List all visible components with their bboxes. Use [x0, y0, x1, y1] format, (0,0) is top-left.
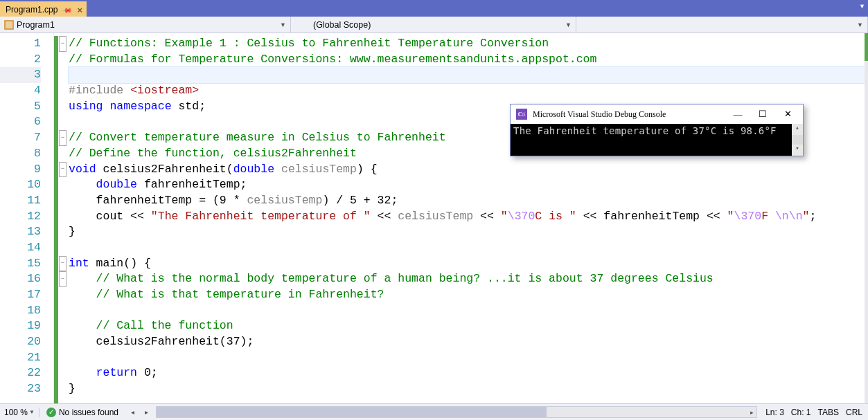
- nav-scope-label: (Global Scope): [295, 20, 565, 30]
- pin-icon[interactable]: 📌: [62, 4, 73, 15]
- line-number: 21: [0, 350, 41, 366]
- line-number: 11: [0, 193, 41, 209]
- fold-slot: −: [58, 162, 67, 178]
- scroll-right-icon[interactable]: ▸: [746, 407, 757, 417]
- console-titlebar[interactable]: C:\ Microsoft Visual Studio Debug Consol…: [511, 104, 803, 124]
- code-line[interactable]: [69, 67, 868, 83]
- code-line[interactable]: [69, 303, 868, 319]
- code-line[interactable]: void celsius2Fahrenheit(double celsiusTe…: [69, 162, 868, 178]
- code-line[interactable]: int main() {: [69, 256, 868, 272]
- check-icon: ✓: [46, 408, 56, 417]
- line-number: 8: [0, 146, 41, 162]
- issues-label: No issues found: [59, 408, 118, 417]
- line-number: 7: [0, 130, 41, 146]
- code-line[interactable]: [69, 240, 868, 256]
- document-tab[interactable]: Program1.cpp 📌 ×: [0, 1, 87, 17]
- code-line[interactable]: // Formulas for Temperature Conversions:…: [69, 52, 868, 68]
- line-number: 12: [0, 209, 41, 225]
- nav-next-icon[interactable]: ▸: [139, 408, 153, 416]
- fold-slot: [58, 287, 67, 303]
- line-endings[interactable]: CRL: [846, 408, 862, 417]
- status-bar: 100 % ▼ ✓ No issues found ◂ ▸ ◂ ▸ Ln: 3 …: [0, 403, 868, 420]
- code-line[interactable]: return 0;: [69, 365, 868, 381]
- line-number: 18: [0, 303, 41, 319]
- nav-project-dropdown[interactable]: Program1 ▼: [0, 17, 291, 33]
- line-number: 22: [0, 365, 41, 381]
- line-number: 9: [0, 162, 41, 178]
- fold-slot: [58, 52, 67, 68]
- fold-slot: [58, 146, 67, 162]
- nav-prev-icon[interactable]: ◂: [125, 408, 139, 416]
- fold-toggle[interactable]: −: [59, 36, 67, 52]
- code-line[interactable]: [69, 350, 868, 366]
- code-line[interactable]: }: [69, 381, 868, 397]
- close-icon[interactable]: ×: [77, 5, 82, 15]
- chevron-down-icon: ▼: [29, 409, 35, 415]
- scroll-down-icon[interactable]: ▾: [792, 145, 803, 156]
- line-number: 10: [0, 177, 41, 193]
- tab-title: Program1.cpp: [6, 5, 57, 15]
- cursor-col: Ch: 1: [791, 408, 811, 417]
- line-number: 13: [0, 224, 41, 240]
- line-number-gutter: 1234567891011121314151617181920212223: [0, 33, 54, 403]
- fold-slot: [58, 240, 67, 256]
- zoom-control[interactable]: 100 % ▼: [0, 408, 39, 417]
- issues-indicator[interactable]: ✓ No issues found: [39, 408, 125, 417]
- fold-slot: [58, 381, 67, 397]
- fold-slot: −: [58, 271, 67, 287]
- overview-ruler[interactable]: [865, 33, 868, 403]
- minimize-button[interactable]: —: [728, 109, 747, 120]
- cpp-project-icon: [4, 20, 14, 30]
- code-line[interactable]: // What is the normal body temperature o…: [69, 271, 868, 287]
- scroll-up-icon[interactable]: ▴: [792, 124, 803, 135]
- line-number: 5: [0, 99, 41, 115]
- cursor-line: Ln: 3: [765, 408, 784, 417]
- line-number: 1: [0, 36, 41, 52]
- code-line[interactable]: // Call the function: [69, 318, 868, 334]
- line-number: 16: [0, 271, 41, 287]
- line-number: 20: [0, 334, 41, 350]
- code-line[interactable]: celsius2Fahrenheit(37);: [69, 334, 868, 350]
- fold-slot: −: [58, 256, 67, 272]
- debug-console-window[interactable]: C:\ Microsoft Visual Studio Debug Consol…: [510, 104, 804, 156]
- scrollbar-thumb[interactable]: [157, 407, 547, 417]
- indent-mode[interactable]: TABS: [818, 408, 839, 417]
- fold-toggle[interactable]: −: [59, 162, 67, 178]
- chevron-down-icon: ▼: [857, 21, 863, 28]
- fold-toggle[interactable]: −: [59, 130, 67, 146]
- code-line[interactable]: fahrenheitTemp = (9 * celsiusTemp) / 5 +…: [69, 193, 868, 209]
- close-button[interactable]: ✕: [778, 109, 797, 120]
- nav-member-dropdown[interactable]: ▼: [576, 17, 868, 33]
- maximize-button[interactable]: ☐: [753, 109, 772, 120]
- fold-slot: [58, 365, 67, 381]
- document-tab-bar: Program1.cpp 📌 × ▼: [0, 0, 868, 17]
- chevron-down-icon[interactable]: ▼: [859, 3, 865, 10]
- code-line[interactable]: }: [69, 224, 868, 240]
- code-line[interactable]: cout << "The Fahrenheit temperature of "…: [69, 209, 868, 225]
- chevron-down-icon: ▼: [565, 21, 572, 28]
- code-fold-column: −−−−−: [58, 33, 67, 403]
- horizontal-scrollbar[interactable]: ◂ ▸: [156, 406, 757, 418]
- fold-slot: [58, 193, 67, 209]
- fold-slot: [58, 114, 67, 130]
- console-scrollbar[interactable]: ▴ ▾: [792, 124, 803, 156]
- console-title-text: Microsoft Visual Studio Debug Console: [533, 109, 666, 120]
- line-number: 23: [0, 381, 41, 397]
- fold-toggle[interactable]: −: [59, 271, 67, 287]
- code-line[interactable]: // Functions: Example 1 : Celsius to Fah…: [69, 36, 868, 52]
- code-editor[interactable]: 1234567891011121314151617181920212223 −−…: [0, 33, 868, 403]
- code-line[interactable]: // What is that temperature in Fahrenhei…: [69, 287, 868, 303]
- code-line[interactable]: #include <iostream>: [69, 83, 868, 99]
- nav-scope-dropdown[interactable]: (Global Scope) ▼: [291, 17, 576, 33]
- code-line[interactable]: double fahrenheitTemp;: [69, 177, 868, 193]
- nav-project-label: Program1: [17, 20, 280, 30]
- line-number: 14: [0, 240, 41, 256]
- fold-toggle[interactable]: −: [59, 256, 67, 272]
- line-number: 17: [0, 287, 41, 303]
- line-number: 15: [0, 256, 41, 272]
- line-number: 19: [0, 318, 41, 334]
- fold-slot: [58, 224, 67, 240]
- code-area[interactable]: // Functions: Example 1 : Celsius to Fah…: [67, 33, 868, 403]
- fold-slot: −: [58, 36, 67, 52]
- chevron-down-icon: ▼: [280, 21, 286, 28]
